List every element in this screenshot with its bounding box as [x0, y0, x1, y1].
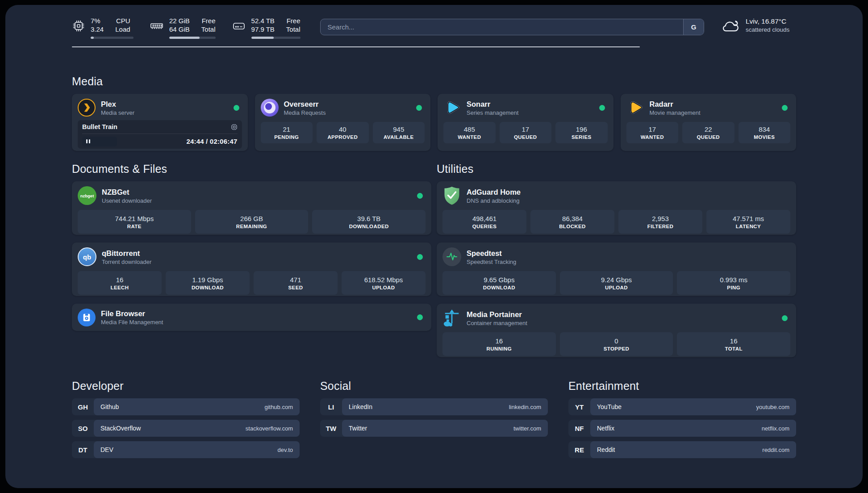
- bookmark-name: Twitter: [349, 425, 367, 432]
- bookmark-url: youtube.com: [756, 404, 789, 410]
- bookmark-abbr: SO: [72, 420, 94, 437]
- sonarr-stat-series: 196SERIES: [555, 122, 608, 143]
- memory-total-value: 64 GiB: [169, 25, 190, 33]
- bookmark-dev[interactable]: DT DEV dev.to: [72, 441, 300, 458]
- bookmark-url: dev.to: [278, 447, 293, 453]
- disk-free-label: Free: [287, 17, 300, 25]
- section-media: Media Plex Media server Bullet Train: [72, 75, 796, 151]
- cloud-icon: [721, 18, 740, 33]
- bookmark-abbr: YT: [568, 398, 590, 415]
- bookmark-abbr: TW: [320, 420, 342, 437]
- bookmark-url: netflix.com: [762, 425, 789, 432]
- bookmark-url: reddit.com: [762, 447, 789, 453]
- adguard-subtitle: DNS and adblocking: [467, 197, 521, 204]
- disk-icon: [232, 19, 246, 33]
- overseerr-card[interactable]: Overseerr Media Requests 21PENDING 40APP…: [255, 94, 431, 151]
- radarr-card[interactable]: Radarr Movie management 17WANTED 22QUEUE…: [621, 94, 797, 151]
- documents-section-title: Documents & Files: [72, 163, 431, 175]
- developer-section-title: Developer: [72, 380, 300, 393]
- bookmark-netflix[interactable]: NF Netflix netflix.com: [568, 420, 796, 437]
- bookmark-stackoverflow[interactable]: SO StackOverflow stackoverflow.com: [72, 420, 300, 437]
- bookmark-url: twitter.com: [513, 425, 541, 432]
- bookmark-reddit[interactable]: RE Reddit reddit.com: [568, 441, 796, 458]
- header: 7% 3.24 CPU Load: [72, 17, 796, 39]
- bookmark-name: Reddit: [597, 446, 615, 453]
- bookmark-abbr: DT: [72, 441, 94, 458]
- utilities-section-title: Utilities: [437, 163, 796, 175]
- bookmark-youtube[interactable]: YT YouTube youtube.com: [568, 398, 796, 415]
- portainer-stat-total: 16TOTAL: [677, 332, 790, 356]
- bookmark-abbr: NF: [568, 420, 590, 437]
- section-developer: Developer GH Github github.com SO StackO…: [72, 380, 300, 458]
- search-input[interactable]: [320, 19, 705, 35]
- qbittorrent-title: qBittorrent: [102, 249, 151, 258]
- speedtest-card[interactable]: Speedtest Speedtest Tracking 9.65 GbpsDO…: [437, 242, 796, 296]
- sonarr-title: Sonarr: [467, 100, 518, 109]
- radarr-title: Radarr: [650, 100, 701, 109]
- radarr-subtitle: Movie management: [650, 109, 701, 116]
- portainer-card[interactable]: Media Portainer Container management 16R…: [437, 304, 796, 357]
- portainer-status-dot: [782, 315, 788, 321]
- radarr-stat-movies: 834MOVIES: [739, 122, 791, 143]
- playback-time: 24:44 / 02:06:47: [186, 138, 237, 145]
- qbittorrent-icon: qb: [78, 247, 96, 266]
- nzbget-stat-downloaded: 39.6 TBDOWNLOADED: [312, 210, 426, 234]
- bookmark-name: LinkedIn: [349, 403, 372, 410]
- search-engine-button[interactable]: G: [683, 19, 704, 35]
- plex-card[interactable]: Plex Media server Bullet Train: [72, 94, 248, 151]
- nzbget-card[interactable]: nzbget NZBGet Usenet downloader 744.21 M…: [72, 181, 431, 235]
- pause-button[interactable]: [82, 137, 117, 146]
- sonarr-icon: [443, 99, 461, 117]
- portainer-icon: [442, 309, 461, 327]
- bookmark-github[interactable]: GH Github github.com: [72, 398, 300, 415]
- nzbget-icon: nzbget: [78, 186, 96, 205]
- radarr-stat-queued: 22QUEUED: [682, 122, 734, 143]
- nzbget-status-dot: [417, 193, 423, 199]
- overseerr-status-dot: [416, 105, 422, 111]
- speedtest-stat-ping: 0.993 msPING: [677, 271, 790, 295]
- sonarr-subtitle: Series management: [467, 109, 518, 116]
- weather-widget[interactable]: Lviv, 16.87°C scattered clouds: [721, 17, 796, 33]
- bookmark-linkedin[interactable]: LI LinkedIn linkedin.com: [320, 398, 548, 415]
- overseerr-title: Overseerr: [284, 100, 326, 109]
- section-entertainment: Entertainment YT YouTube youtube.com NF …: [568, 380, 796, 458]
- overseerr-stat-approved: 40APPROVED: [317, 122, 369, 143]
- sonarr-card[interactable]: Sonarr Series management 485WANTED 17QUE…: [438, 94, 613, 151]
- radarr-status-dot: [782, 105, 788, 111]
- adguard-title: AdGuard Home: [467, 188, 521, 196]
- bookmark-abbr: RE: [568, 441, 590, 458]
- bookmark-url: linkedin.com: [509, 404, 541, 410]
- memory-free-label: Free: [202, 17, 216, 25]
- radarr-stat-wanted: 17WANTED: [626, 122, 679, 143]
- speedtest-stat-upload: 9.24 GbpsUPLOAD: [560, 271, 673, 295]
- sonarr-stat-wanted: 485WANTED: [443, 122, 496, 143]
- disk-total-value: 97.9 TB: [251, 25, 275, 33]
- cpu-stat: 7% 3.24 CPU Load: [72, 17, 134, 39]
- speedtest-title: Speedtest: [467, 249, 516, 258]
- search-bar: G: [320, 19, 705, 35]
- dashboard-panel: 7% 3.24 CPU Load: [5, 5, 863, 488]
- player-settings-icon[interactable]: [231, 124, 238, 130]
- nzbget-subtitle: Usenet downloader: [102, 197, 152, 204]
- adguard-stat-queries: 498,461QUERIES: [442, 210, 526, 234]
- bookmark-twitter[interactable]: TW Twitter twitter.com: [320, 420, 548, 437]
- plex-status-dot: [234, 105, 239, 111]
- qbittorrent-card[interactable]: qb qBittorrent Torrent downloader 16LEEC…: [72, 242, 431, 296]
- bookmark-url: github.com: [264, 404, 293, 410]
- adguard-card[interactable]: AdGuard Home DNS and adblocking 498,461Q…: [437, 181, 796, 235]
- overseerr-icon: [261, 99, 279, 117]
- pause-icon: [86, 139, 88, 143]
- section-social: Social LI LinkedIn linkedin.com TW Twitt…: [320, 380, 548, 458]
- bookmark-name: DEV: [100, 446, 113, 453]
- sonarr-stat-queued: 17QUEUED: [500, 122, 552, 143]
- nzbget-title: NZBGet: [102, 188, 152, 196]
- memory-icon: [150, 19, 164, 33]
- weather-location-temp: Lviv, 16.87°C: [746, 17, 789, 25]
- plex-title: Plex: [101, 100, 134, 109]
- adguard-stat-latency: 47.571 msLATENCY: [706, 210, 790, 234]
- filebrowser-card[interactable]: File Browser Media File Management: [72, 304, 431, 331]
- overseerr-stat-available: 945AVAILABLE: [373, 122, 425, 143]
- memory-stat: 22 GiB 64 GiB Free Total: [150, 17, 216, 39]
- header-divider: [72, 46, 640, 47]
- entertainment-section-title: Entertainment: [568, 380, 796, 393]
